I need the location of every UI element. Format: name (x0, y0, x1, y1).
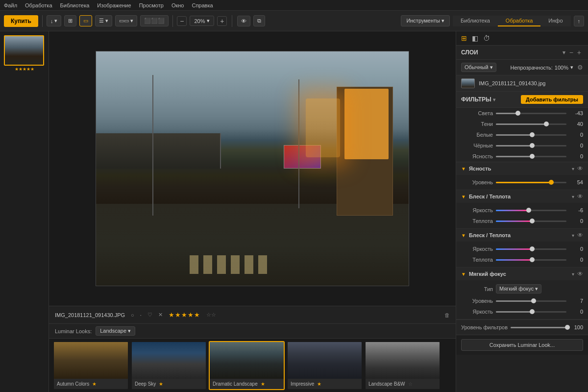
adj-track-shadows (496, 123, 566, 125)
glow2-warmth-slider[interactable] (496, 256, 566, 263)
softfocus-visibility[interactable]: 👁 (577, 270, 583, 277)
save-look-button[interactable]: Сохранить Luminar Look... (461, 339, 583, 351)
list-view-button[interactable]: ☰ ▾ (95, 15, 112, 26)
adj-thumb-highlights[interactable] (515, 111, 520, 116)
adj-thumb-clarity[interactable] (530, 154, 535, 159)
extra-button[interactable]: ⬛⬛⬛ (140, 15, 169, 26)
softfocus-level-slider[interactable] (496, 297, 566, 304)
look-item-impressive[interactable]: Impressive ★ (287, 341, 363, 390)
tab-develop[interactable]: Обработка (498, 16, 540, 26)
single-icon: ▭ (83, 18, 88, 24)
look-item-bw[interactable]: Landscape B&W ☆ (365, 341, 441, 390)
adj-slider-blacks[interactable] (496, 142, 566, 149)
level-filters-slider[interactable] (511, 324, 566, 331)
menu-help[interactable]: Справка (192, 2, 213, 8)
adj-slider-shadows[interactable] (496, 121, 566, 127)
softfocus-brightness-thumb[interactable] (530, 309, 535, 314)
layers-minus[interactable]: − (567, 49, 575, 56)
menu-image[interactable]: Изображение (97, 2, 131, 8)
glow1-warmth-thumb[interactable] (530, 219, 535, 223)
buy-button[interactable]: Купить (4, 15, 38, 27)
adj-thumb-blacks[interactable] (530, 143, 535, 148)
look-star-autumn[interactable]: ★ (92, 381, 97, 387)
history-icon[interactable]: ⏱ (483, 34, 490, 42)
tools-dropdown[interactable]: Инструменты ▾ (401, 15, 450, 26)
compare2-button[interactable]: ⧉ (253, 15, 265, 26)
zoom-minus-button[interactable]: − (177, 16, 187, 26)
filter-group-header-softfocus[interactable]: ▼ Мягкий фокус ▾ 👁 (456, 268, 588, 280)
glow1-visibility[interactable]: 👁 (577, 193, 583, 200)
softfocus-type-dropdown[interactable]: Мягкий фокус ▾ (496, 284, 541, 294)
grid-view-button[interactable]: ⊞ (64, 15, 76, 26)
circle-icon[interactable]: ○ (131, 312, 134, 318)
glow1-brightness-thumb[interactable] (526, 208, 531, 213)
layer-thumbnail (461, 78, 475, 88)
star-rating[interactable]: ★★★★★ (169, 311, 200, 318)
look-star-dramatic[interactable]: ★ (261, 381, 265, 387)
layers-chevron[interactable]: ▾ (563, 49, 565, 56)
zoom-plus-button[interactable]: + (217, 16, 227, 26)
look-star-bw[interactable]: ☆ (408, 381, 413, 387)
tab-library[interactable]: Библиотека (453, 16, 498, 26)
right-panel: ⊞ ◧ ⏱ СЛОИ ▾ − + Обычный ▾ Непрозрачност… (456, 31, 588, 392)
thumbnail-item[interactable]: ★★★★★ (4, 35, 45, 72)
filter-group-header-clarity[interactable]: ▼ Ясность ▾ 👁 (456, 162, 588, 175)
look-item-autumn[interactable]: Autumn Colors ★ (53, 341, 129, 390)
menu-view[interactable]: Просмотр (139, 2, 164, 8)
glow2-brightness-thumb[interactable] (530, 246, 535, 251)
looks-category[interactable]: Landscape ▾ (96, 326, 135, 336)
glow2-visibility[interactable]: 👁 (577, 232, 583, 239)
reject-icon[interactable]: ✕ (158, 312, 163, 318)
stack-icon[interactable]: ◧ (472, 34, 478, 42)
tab-info[interactable]: Инфо (540, 16, 570, 26)
download-icon: ↓ (50, 18, 53, 24)
single-view-button[interactable]: ▭ (79, 15, 92, 26)
menu-window[interactable]: Окно (172, 2, 184, 8)
menu-file[interactable]: Файл (4, 2, 17, 8)
look-star-deepsky[interactable]: ★ (159, 381, 163, 387)
eye-button[interactable]: 👁 (237, 16, 250, 26)
adj-thumb-whites[interactable] (530, 132, 535, 137)
gear-button[interactable]: ⚙ (577, 64, 583, 71)
filters-chevron[interactable]: ▾ (493, 97, 495, 102)
opacity-value: 100% (555, 65, 568, 71)
heart-icon[interactable]: ♡ (147, 312, 152, 318)
look-item-dramatic[interactable]: Dramatic Landscape ★ (209, 341, 285, 390)
adj-fill-blacks (496, 145, 531, 147)
layers-icon[interactable]: ⊞ (461, 34, 467, 42)
look-item-deepsky[interactable]: Deep Sky ★ (131, 341, 207, 390)
clarity-level-slider[interactable] (496, 179, 566, 186)
delete-icon[interactable]: 🗑 (444, 312, 450, 318)
filters-title-text: ФИЛЬТРЫ (461, 96, 491, 103)
look-star-impressive[interactable]: ★ (317, 381, 321, 387)
adj-slider-whites[interactable] (496, 131, 566, 138)
add-filters-button[interactable]: Добавить фильтры (521, 95, 583, 104)
compare-button[interactable]: ▭▭ ▾ (115, 15, 137, 26)
filter-group-header-glow1[interactable]: ▼ Блеск / Теплота ▾ 👁 (456, 190, 588, 203)
layers-plus[interactable]: + (575, 49, 583, 56)
filter-group-header-glow2[interactable]: ▼ Блеск / Теплота ▾ 👁 (456, 229, 588, 242)
clarity-visibility[interactable]: 👁 (577, 165, 583, 172)
softfocus-brightness-slider[interactable] (496, 308, 566, 315)
looks-label: Luminar Looks: (55, 328, 92, 334)
adj-slider-clarity[interactable] (496, 153, 566, 160)
blend-mode-button[interactable]: Обычный ▾ (461, 63, 496, 72)
glow2-brightness-slider[interactable] (496, 245, 566, 252)
softfocus-arrow: ▼ (461, 271, 466, 277)
glow2-warmth-thumb[interactable] (530, 257, 535, 262)
adj-thumb-shadows[interactable] (544, 122, 549, 126)
adj-slider-highlights[interactable] (496, 110, 566, 117)
lamp-post-2 (298, 79, 299, 208)
glow1-brightness-slider[interactable] (496, 207, 566, 214)
export-button[interactable]: ↑ (574, 16, 585, 26)
menu-process[interactable]: Обработка (25, 2, 52, 8)
clarity-level-track (496, 182, 566, 183)
layer-item[interactable]: IMG_20181121_091430.jpg (456, 75, 588, 92)
level-filters-thumb[interactable] (565, 325, 570, 330)
adj-label-whites: Белые (461, 132, 493, 138)
menu-library[interactable]: Библиотека (60, 2, 90, 8)
clarity-level-thumb[interactable] (549, 180, 554, 185)
download-button[interactable]: ↓ ▾ (47, 15, 62, 26)
softfocus-level-thumb[interactable] (531, 298, 536, 303)
glow1-warmth-slider[interactable] (496, 218, 566, 224)
